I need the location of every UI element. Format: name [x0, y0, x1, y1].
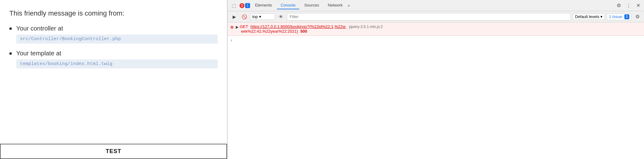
tab-sources[interactable]: Sources — [301, 2, 323, 9]
test-bar[interactable]: TEST — [0, 144, 227, 159]
console-content: ⊗ ▶ GET https://127.0.0.1:8000/bookings?… — [228, 22, 644, 159]
issue-badge[interactable]: 1 Issue: 1 — [607, 13, 632, 20]
devtools-gear-button[interactable]: ⚙ — [615, 2, 623, 10]
error-status-code: 500 — [301, 29, 307, 34]
devtools-panel: ⬚ 1 1 Elements Console Sources Network »… — [227, 0, 644, 159]
list-item: Your controller at src/Controller/Bookin… — [9, 25, 218, 44]
more-tabs-icon[interactable]: » — [348, 3, 350, 8]
tab-elements[interactable]: Elements — [251, 2, 276, 9]
error-url[interactable]: https://127.0.0.1:8000/bookings?{%22id%2… — [250, 24, 347, 29]
error-icon: ⊗ — [230, 25, 234, 30]
console-gear-button[interactable]: ⚙ — [633, 13, 642, 21]
cursor-icon-btn[interactable]: ⬚ — [230, 1, 238, 10]
devtools-toolbar: ⬚ 1 1 Elements Console Sources Network »… — [228, 0, 644, 11]
play-icon[interactable]: ▶ — [230, 13, 238, 21]
devtools-close-button[interactable]: ✕ — [634, 2, 642, 10]
error-method: GET — [240, 24, 248, 29]
left-panel: This friendly message is coming from: Yo… — [0, 0, 227, 159]
context-selector[interactable]: top ▾ — [250, 13, 275, 20]
controller-label: Your controller at — [9, 25, 218, 32]
expand-arrow[interactable]: ▶ — [236, 25, 239, 29]
eye-icon[interactable]: 👁 — [277, 13, 285, 21]
gear-icon: ⚙ — [635, 14, 640, 20]
issue-count: 1 — [624, 14, 629, 19]
levels-label: Default levels — [575, 14, 599, 19]
cursor-icon: ⬚ — [232, 3, 236, 8]
ban-icon[interactable]: 🚫 — [240, 13, 248, 21]
template-path: templates/booking/index.html.twig — [16, 59, 218, 68]
intro-text: This friendly message is coming from: — [9, 9, 218, 17]
chevron-right-icon: › — [231, 38, 232, 43]
error-content: GET https://127.0.0.1:8000/bookings?{%22… — [240, 24, 642, 34]
controller-path: src/Controller/BookingController.php — [16, 35, 218, 44]
devtools-more-button[interactable]: ⋮ — [624, 1, 633, 10]
context-label: top — [252, 14, 258, 19]
levels-down-arrow: ▾ — [600, 14, 603, 19]
vertical-dots-icon: ⋮ — [626, 3, 631, 8]
close-icon: ✕ — [636, 2, 640, 8]
error-count-badge: 1 — [239, 3, 244, 8]
console-chevron-row[interactable]: › — [228, 36, 644, 44]
list-item: Your template at templates/booking/index… — [9, 50, 218, 68]
template-label: Your template at — [9, 50, 218, 57]
gear-icon: ⚙ — [617, 2, 621, 8]
bullet-list: Your controller at src/Controller/Bookin… — [9, 25, 218, 75]
error-url2: eek%22:42,%22year%22:2021} — [240, 29, 298, 34]
context-down-arrow: ▾ — [259, 14, 261, 19]
tab-network[interactable]: Network — [324, 2, 347, 9]
chat-count-badge: 1 — [245, 3, 250, 8]
badge-pair: 1 1 — [239, 3, 250, 8]
console-error-row: ⊗ ▶ GET https://127.0.0.1:8000/bookings?… — [228, 22, 644, 36]
issue-label: 1 Issue: — [609, 14, 623, 19]
tab-console[interactable]: Console — [277, 2, 299, 9]
bullet-dot — [9, 52, 12, 55]
levels-selector[interactable]: Default levels ▾ — [573, 13, 605, 20]
test-label: TEST — [106, 148, 121, 154]
console-toolbar: ▶ 🚫 top ▾ 👁 Default levels ▾ 1 Issue: 1 … — [228, 11, 644, 22]
filter-input[interactable] — [287, 13, 571, 21]
error-source: jquery-3.5.1.min.js:2 — [349, 25, 383, 29]
bullet-dot — [9, 27, 12, 30]
